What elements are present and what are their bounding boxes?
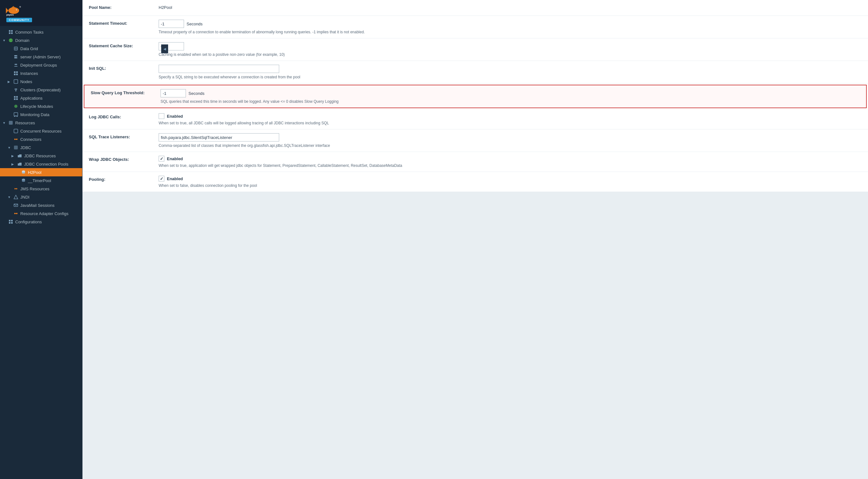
svg-rect-27	[16, 73, 18, 75]
resources-icon	[8, 120, 13, 125]
wrap-jdbc-desc: When set to true, application will get w…	[159, 163, 862, 168]
sidebar-item-data-grid[interactable]: Data Grid	[0, 44, 82, 53]
sidebar-item-label: Resource Adapter Configs	[20, 211, 68, 216]
sql-trace-input[interactable]	[159, 133, 279, 141]
sidebar-item-label: server (Admin Server)	[20, 55, 61, 59]
init-sql-desc: Specify a SQL string to be executed when…	[159, 75, 862, 79]
svg-rect-25	[16, 71, 18, 73]
statement-timeout-input[interactable]	[159, 20, 184, 28]
javamail-icon	[13, 203, 19, 208]
svg-rect-54	[16, 213, 18, 214]
sidebar-item-common-tasks[interactable]: Common Tasks	[0, 28, 82, 36]
sidebar-item-lifecycle-modules[interactable]: Lifecycle Modules	[0, 102, 82, 110]
arrow-icon: ▼	[3, 39, 6, 42]
init-sql-field: Specify a SQL string to be executed when…	[159, 65, 862, 79]
sidebar-item-label: Configurations	[15, 220, 42, 224]
svg-point-30	[16, 89, 17, 90]
sql-trace-label: SQL Trace Listeners:	[89, 133, 159, 139]
slow-query-field: Seconds SQL queries that exceed this tim…	[160, 89, 860, 104]
svg-rect-43	[14, 139, 16, 140]
applications-icon	[13, 95, 19, 101]
sidebar-item-label: Clusters (Deprecated)	[20, 88, 61, 92]
sidebar-item-clusters[interactable]: Clusters (Deprecated)	[0, 86, 82, 94]
sidebar-item-resources[interactable]: ▼ Resources	[0, 119, 82, 127]
sidebar-item-admin-server[interactable]: server (Admin Server)	[0, 53, 82, 61]
sidebar-item-configurations[interactable]: Configurations	[0, 218, 82, 226]
sidebar-item-connectors[interactable]: Connectors	[0, 135, 82, 143]
sidebar-item-domain[interactable]: ▼ Domain	[0, 36, 82, 44]
svg-point-22	[14, 64, 16, 65]
svg-rect-32	[14, 96, 16, 98]
lifecycle-icon	[13, 104, 19, 109]
sidebar-item-monitoring-data[interactable]: Monitoring Data	[0, 110, 82, 119]
sidebar-collapse-button[interactable]: ◀	[161, 44, 168, 53]
wrap-jdbc-row: Wrap JDBC Objects: Enabled When set to t…	[83, 152, 868, 172]
sidebar-item-timerpool[interactable]: __TimerPool	[0, 177, 82, 185]
slow-query-input[interactable]	[160, 89, 186, 97]
sidebar-item-instances[interactable]: Instances	[0, 69, 82, 77]
slow-query-unit: Seconds	[188, 91, 205, 96]
svg-point-23	[16, 64, 17, 65]
pool-name-label: Pool Name:	[89, 4, 159, 10]
sidebar-item-jdbc-resources[interactable]: ▶ JDBC Resources	[0, 152, 82, 160]
sidebar-item-label: Common Tasks	[15, 30, 43, 35]
sidebar-item-jndi[interactable]: ▼ JNDI	[0, 193, 82, 201]
svg-marker-51	[14, 195, 18, 199]
nav-tree: Common Tasks ▼ Domain Data Grid server (…	[0, 26, 82, 479]
server-icon	[13, 54, 19, 59]
statement-timeout-label: Statement Timeout:	[89, 20, 159, 26]
init-sql-input[interactable]	[159, 65, 279, 73]
sidebar-item-concurrent-resources[interactable]: Concurrent Resources	[0, 127, 82, 135]
configurations-icon	[8, 219, 13, 224]
monitoring-icon	[13, 112, 19, 117]
sidebar-item-javamail-sessions[interactable]: JavaMail Sessions	[0, 201, 82, 210]
concurrent-icon	[13, 128, 19, 133]
arrow-icon: ▶	[11, 162, 15, 166]
globe-icon	[8, 38, 13, 43]
arrow-icon: ▼	[8, 195, 11, 199]
statement-cache-size-field: Caching is enabled when set to a positiv…	[159, 42, 862, 57]
pool-name-value: H2Pool	[159, 4, 862, 10]
sidebar-item-label: Domain	[15, 38, 30, 43]
payara-logo-icon: payara R	[5, 4, 22, 17]
svg-rect-24	[14, 71, 16, 73]
arrow-icon: ▶	[11, 154, 15, 158]
statement-cache-size-row: Statement Cache Size: Caching is enabled…	[83, 38, 868, 61]
box-icon	[13, 46, 19, 51]
sidebar-item-applications[interactable]: Applications	[0, 94, 82, 102]
log-jdbc-field: Enabled When set to true, all JDBC calls…	[159, 113, 862, 125]
svg-marker-1	[6, 8, 8, 13]
jms-icon	[13, 186, 19, 191]
sidebar-item-jms-resources[interactable]: JMS Resources	[0, 185, 82, 193]
sql-trace-desc: Comma-separated list of classes that imp…	[159, 143, 862, 148]
statement-timeout-unit: Seconds	[187, 22, 203, 26]
sidebar-item-nodes[interactable]: ▶ Nodes	[0, 77, 82, 86]
svg-rect-11	[11, 32, 13, 34]
sidebar-item-label: Applications	[20, 96, 42, 101]
sidebar-item-h2pool[interactable]: H2Pool	[0, 168, 82, 177]
pooling-enabled-label: Enabled	[167, 177, 183, 181]
svg-rect-8	[9, 30, 10, 32]
sidebar-item-label: Nodes	[20, 79, 32, 84]
svg-rect-34	[14, 98, 16, 100]
wrap-jdbc-label: Wrap JDBC Objects:	[89, 156, 159, 162]
svg-rect-57	[11, 220, 13, 221]
svg-rect-46	[14, 146, 18, 150]
sidebar-item-label: JDBC Resources	[24, 154, 56, 158]
arrow-icon: ▼	[3, 121, 6, 125]
statement-timeout-field: Seconds Timeout property of a connection…	[159, 20, 862, 34]
sidebar-item-deployment-groups[interactable]: Deployment Groups	[0, 61, 82, 69]
sql-trace-row: SQL Trace Listeners: Comma-separated lis…	[83, 129, 868, 152]
sidebar-item-jdbc[interactable]: ▼ JDBC	[0, 143, 82, 152]
sidebar-item-jdbc-connection-pools[interactable]: ▶ JDBC Connection Pools	[0, 160, 82, 168]
init-sql-label: Init SQL:	[89, 65, 159, 71]
clusters-icon	[13, 87, 19, 92]
pooling-checkbox[interactable]	[159, 176, 164, 182]
sidebar-item-resource-adapter-configs[interactable]: Resource Adapter Configs	[0, 210, 82, 218]
log-jdbc-checkbox[interactable]	[159, 113, 164, 119]
svg-rect-42	[14, 129, 18, 133]
form-container: Pool Name: H2Pool Statement Timeout: Sec…	[83, 0, 868, 192]
svg-point-21	[17, 57, 18, 58]
svg-point-48	[22, 171, 25, 172]
wrap-jdbc-checkbox[interactable]	[159, 156, 164, 161]
